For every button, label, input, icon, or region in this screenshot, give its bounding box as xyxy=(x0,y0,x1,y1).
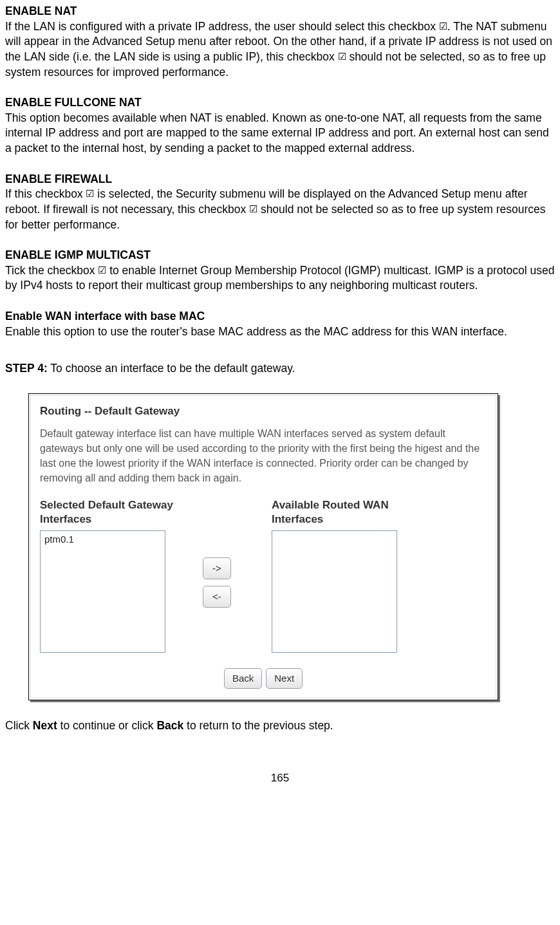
panel-description: Default gateway interface list can have … xyxy=(40,426,487,486)
footer-instruction: Click Next to continue or click Back to … xyxy=(5,718,555,734)
body-enable-firewall: If this checkbox ☑ is selected, the Secu… xyxy=(5,187,555,232)
page-number: 165 xyxy=(5,771,555,786)
selected-column: Selected Default Gateway Interfaces ptm0… xyxy=(40,498,188,653)
nat-text-a: If the LAN is configured with a private … xyxy=(5,20,439,33)
checkbox-glyph-icon: ☑ xyxy=(439,21,447,32)
body-enable-nat: If the LAN is configured with a private … xyxy=(5,19,555,80)
selected-heading: Selected Default Gateway Interfaces xyxy=(40,498,188,527)
move-right-button[interactable]: -> xyxy=(203,557,231,579)
body-fullcone-nat: This option becomes available when NAT i… xyxy=(5,111,555,156)
heading-igmp-multicast: ENABLE IGMP MULTICAST xyxy=(5,248,555,263)
footer-back-word: Back xyxy=(156,719,183,732)
heading-enable-nat: ENABLE NAT xyxy=(5,4,555,19)
available-heading: Available Routed WAN Interfaces xyxy=(272,498,439,527)
panel-title: Routing -- Default Gateway xyxy=(40,404,487,420)
checkbox-glyph-icon: ☑ xyxy=(249,203,257,214)
igmp-text-a: Tick the checkbox xyxy=(5,264,98,277)
list-item[interactable]: ptm0.1 xyxy=(41,531,165,548)
footer-next-word: Next xyxy=(33,719,57,732)
nav-button-row: Back Next xyxy=(40,668,487,689)
arrow-buttons-column: -> <- xyxy=(188,557,246,608)
step-4-line: STEP 4: To choose an interface to be the… xyxy=(5,361,555,377)
gateway-panel: Routing -- Default Gateway Default gatew… xyxy=(30,395,496,698)
footer-text-b: to continue or click xyxy=(57,719,157,732)
heading-fullcone-nat: ENABLE FULLCONE NAT xyxy=(5,95,555,111)
selected-gateway-listbox[interactable]: ptm0.1 xyxy=(40,530,165,653)
move-left-button[interactable]: <- xyxy=(203,586,231,608)
step-4-text: To choose an interface to be the default… xyxy=(48,362,295,375)
heading-enable-firewall: ENABLE FIREWALL xyxy=(5,172,555,187)
footer-text-c: to return to the previous step. xyxy=(183,719,333,732)
available-column: Available Routed WAN Interfaces xyxy=(272,498,439,653)
heading-base-mac: Enable WAN interface with base MAC xyxy=(5,309,555,324)
next-button[interactable]: Next xyxy=(266,668,303,689)
body-base-mac: Enable this option to use the router's b… xyxy=(5,324,555,340)
back-button[interactable]: Back xyxy=(224,668,262,689)
step-4-label: STEP 4: xyxy=(5,362,48,375)
gateway-panel-frame: Routing -- Default Gateway Default gatew… xyxy=(28,393,498,700)
checkbox-glyph-icon: ☑ xyxy=(98,265,106,276)
available-gateway-listbox[interactable] xyxy=(272,530,397,653)
checkbox-glyph-icon: ☑ xyxy=(338,51,346,62)
gateway-columns: Selected Default Gateway Interfaces ptm0… xyxy=(40,498,487,653)
body-igmp-multicast: Tick the checkbox ☑ to enable Internet G… xyxy=(5,263,555,294)
firewall-text-a: If this checkbox xyxy=(5,187,86,200)
footer-text-a: Click xyxy=(5,719,33,732)
checkbox-glyph-icon: ☑ xyxy=(86,188,94,199)
